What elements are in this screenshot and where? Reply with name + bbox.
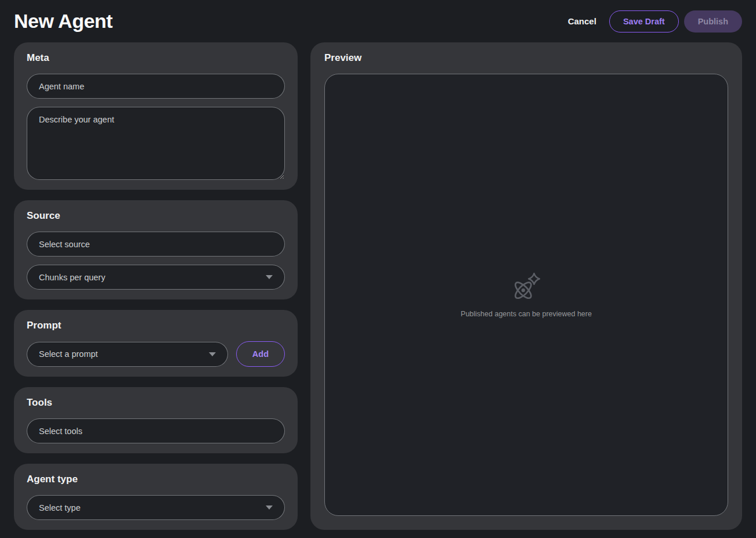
chevron-down-icon (266, 275, 273, 279)
agent-type-card-title: Agent type (27, 474, 285, 485)
topbar: New Agent Cancel Save Draft Publish (14, 0, 742, 42)
agent-type-select[interactable]: Select type (27, 495, 285, 520)
source-card: Source Chunks per query (14, 200, 298, 299)
new-agent-page: New Agent Cancel Save Draft Publish Meta… (0, 0, 756, 530)
publish-button[interactable]: Publish (684, 10, 742, 33)
topbar-actions: Cancel Save Draft Publish (565, 10, 742, 33)
content-columns: Meta Source Chunks per query (14, 42, 742, 530)
tools-card-title: Tools (27, 397, 285, 409)
chevron-down-icon (209, 352, 216, 356)
chunks-per-query-label: Chunks per query (39, 273, 105, 282)
agent-type-card: Agent type Select type (14, 464, 298, 530)
agent-description-textarea[interactable] (27, 107, 285, 180)
tools-select-input[interactable] (27, 418, 285, 443)
page-title: New Agent (14, 10, 113, 33)
tools-card: Tools (14, 387, 298, 453)
form-column: Meta Source Chunks per query (14, 42, 298, 530)
source-card-title: Source (27, 210, 285, 222)
prompt-select[interactable]: Select a prompt (27, 342, 228, 367)
save-draft-button[interactable]: Save Draft (609, 10, 679, 33)
chevron-down-icon (266, 505, 273, 510)
preview-card-title: Preview (324, 52, 728, 64)
prompt-card: Prompt Select a prompt Add (14, 310, 298, 377)
add-prompt-button[interactable]: Add (236, 341, 285, 367)
preview-panel: Published agents can be previewed here (324, 74, 728, 516)
agent-name-input[interactable] (27, 74, 285, 99)
prompt-select-label: Select a prompt (39, 349, 98, 359)
meta-card-title: Meta (27, 52, 285, 64)
prompt-card-title: Prompt (27, 320, 285, 331)
preview-empty-text: Published agents can be previewed here (461, 310, 592, 318)
meta-card: Meta (14, 42, 298, 190)
cancel-button[interactable]: Cancel (565, 10, 600, 33)
agent-sparkle-atom-icon (511, 272, 542, 303)
source-select-input[interactable] (27, 232, 285, 257)
agent-type-select-label: Select type (39, 503, 81, 512)
preview-card: Preview Published agents can be previewe… (310, 42, 742, 530)
chunks-per-query-select[interactable]: Chunks per query (27, 265, 285, 290)
